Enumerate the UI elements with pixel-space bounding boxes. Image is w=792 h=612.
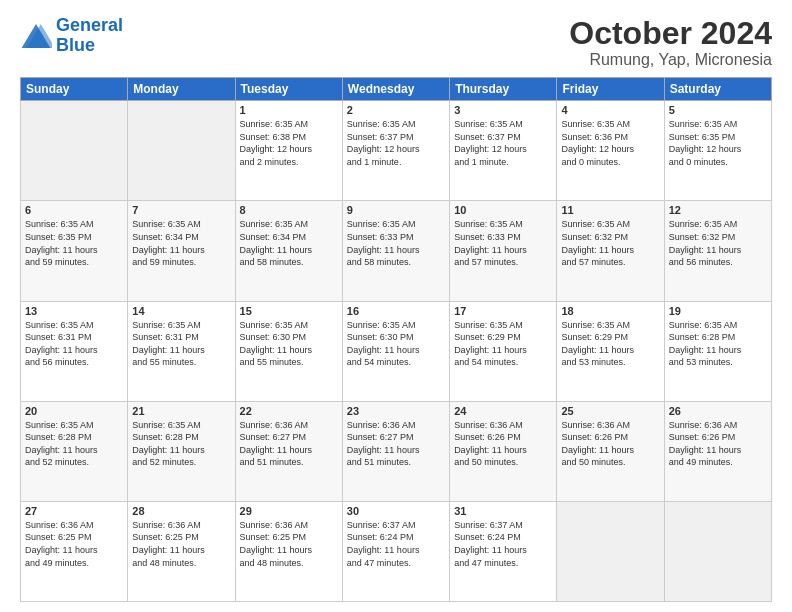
day-info: Sunrise: 6:36 AM Sunset: 6:25 PM Dayligh… <box>132 519 230 569</box>
col-friday: Friday <box>557 78 664 101</box>
day-info: Sunrise: 6:35 AM Sunset: 6:28 PM Dayligh… <box>132 419 230 469</box>
col-monday: Monday <box>128 78 235 101</box>
table-row: 3Sunrise: 6:35 AM Sunset: 6:37 PM Daylig… <box>450 101 557 201</box>
table-row: 10Sunrise: 6:35 AM Sunset: 6:33 PM Dayli… <box>450 201 557 301</box>
day-number: 28 <box>132 505 230 517</box>
day-number: 29 <box>240 505 338 517</box>
calendar-week-row: 27Sunrise: 6:36 AM Sunset: 6:25 PM Dayli… <box>21 501 772 601</box>
logo-text: General Blue <box>56 16 123 56</box>
table-row: 24Sunrise: 6:36 AM Sunset: 6:26 PM Dayli… <box>450 401 557 501</box>
location: Rumung, Yap, Micronesia <box>569 51 772 69</box>
day-info: Sunrise: 6:35 AM Sunset: 6:36 PM Dayligh… <box>561 118 659 168</box>
day-number: 24 <box>454 405 552 417</box>
table-row: 8Sunrise: 6:35 AM Sunset: 6:34 PM Daylig… <box>235 201 342 301</box>
calendar-header-row: Sunday Monday Tuesday Wednesday Thursday… <box>21 78 772 101</box>
col-sunday: Sunday <box>21 78 128 101</box>
day-number: 7 <box>132 204 230 216</box>
day-info: Sunrise: 6:35 AM Sunset: 6:35 PM Dayligh… <box>25 218 123 268</box>
day-info: Sunrise: 6:36 AM Sunset: 6:25 PM Dayligh… <box>25 519 123 569</box>
day-number: 2 <box>347 104 445 116</box>
table-row: 4Sunrise: 6:35 AM Sunset: 6:36 PM Daylig… <box>557 101 664 201</box>
day-number: 18 <box>561 305 659 317</box>
day-info: Sunrise: 6:35 AM Sunset: 6:31 PM Dayligh… <box>25 319 123 369</box>
day-info: Sunrise: 6:35 AM Sunset: 6:34 PM Dayligh… <box>240 218 338 268</box>
calendar-week-row: 20Sunrise: 6:35 AM Sunset: 6:28 PM Dayli… <box>21 401 772 501</box>
col-saturday: Saturday <box>664 78 771 101</box>
day-info: Sunrise: 6:35 AM Sunset: 6:35 PM Dayligh… <box>669 118 767 168</box>
table-row: 9Sunrise: 6:35 AM Sunset: 6:33 PM Daylig… <box>342 201 449 301</box>
table-row: 16Sunrise: 6:35 AM Sunset: 6:30 PM Dayli… <box>342 301 449 401</box>
day-info: Sunrise: 6:36 AM Sunset: 6:27 PM Dayligh… <box>347 419 445 469</box>
table-row <box>128 101 235 201</box>
day-info: Sunrise: 6:35 AM Sunset: 6:32 PM Dayligh… <box>669 218 767 268</box>
day-number: 10 <box>454 204 552 216</box>
day-info: Sunrise: 6:35 AM Sunset: 6:31 PM Dayligh… <box>132 319 230 369</box>
table-row: 15Sunrise: 6:35 AM Sunset: 6:30 PM Dayli… <box>235 301 342 401</box>
day-number: 9 <box>347 204 445 216</box>
day-number: 27 <box>25 505 123 517</box>
table-row: 20Sunrise: 6:35 AM Sunset: 6:28 PM Dayli… <box>21 401 128 501</box>
table-row <box>557 501 664 601</box>
table-row: 23Sunrise: 6:36 AM Sunset: 6:27 PM Dayli… <box>342 401 449 501</box>
day-number: 11 <box>561 204 659 216</box>
day-info: Sunrise: 6:36 AM Sunset: 6:25 PM Dayligh… <box>240 519 338 569</box>
day-info: Sunrise: 6:36 AM Sunset: 6:26 PM Dayligh… <box>669 419 767 469</box>
table-row <box>664 501 771 601</box>
header: General Blue October 2024 Rumung, Yap, M… <box>20 16 772 69</box>
day-number: 26 <box>669 405 767 417</box>
day-number: 6 <box>25 204 123 216</box>
month-title: October 2024 <box>569 16 772 51</box>
day-number: 22 <box>240 405 338 417</box>
table-row: 6Sunrise: 6:35 AM Sunset: 6:35 PM Daylig… <box>21 201 128 301</box>
day-number: 30 <box>347 505 445 517</box>
calendar: Sunday Monday Tuesday Wednesday Thursday… <box>20 77 772 602</box>
table-row: 12Sunrise: 6:35 AM Sunset: 6:32 PM Dayli… <box>664 201 771 301</box>
day-info: Sunrise: 6:35 AM Sunset: 6:29 PM Dayligh… <box>561 319 659 369</box>
title-block: October 2024 Rumung, Yap, Micronesia <box>569 16 772 69</box>
day-number: 16 <box>347 305 445 317</box>
day-number: 8 <box>240 204 338 216</box>
table-row: 7Sunrise: 6:35 AM Sunset: 6:34 PM Daylig… <box>128 201 235 301</box>
day-number: 19 <box>669 305 767 317</box>
table-row: 2Sunrise: 6:35 AM Sunset: 6:37 PM Daylig… <box>342 101 449 201</box>
day-info: Sunrise: 6:35 AM Sunset: 6:28 PM Dayligh… <box>25 419 123 469</box>
day-info: Sunrise: 6:37 AM Sunset: 6:24 PM Dayligh… <box>347 519 445 569</box>
calendar-week-row: 6Sunrise: 6:35 AM Sunset: 6:35 PM Daylig… <box>21 201 772 301</box>
day-number: 15 <box>240 305 338 317</box>
table-row: 28Sunrise: 6:36 AM Sunset: 6:25 PM Dayli… <box>128 501 235 601</box>
day-number: 17 <box>454 305 552 317</box>
day-number: 25 <box>561 405 659 417</box>
table-row: 11Sunrise: 6:35 AM Sunset: 6:32 PM Dayli… <box>557 201 664 301</box>
table-row: 26Sunrise: 6:36 AM Sunset: 6:26 PM Dayli… <box>664 401 771 501</box>
day-number: 21 <box>132 405 230 417</box>
day-number: 5 <box>669 104 767 116</box>
day-number: 12 <box>669 204 767 216</box>
table-row: 25Sunrise: 6:36 AM Sunset: 6:26 PM Dayli… <box>557 401 664 501</box>
day-info: Sunrise: 6:35 AM Sunset: 6:30 PM Dayligh… <box>347 319 445 369</box>
day-info: Sunrise: 6:36 AM Sunset: 6:26 PM Dayligh… <box>561 419 659 469</box>
table-row: 1Sunrise: 6:35 AM Sunset: 6:38 PM Daylig… <box>235 101 342 201</box>
table-row: 21Sunrise: 6:35 AM Sunset: 6:28 PM Dayli… <box>128 401 235 501</box>
day-number: 31 <box>454 505 552 517</box>
col-wednesday: Wednesday <box>342 78 449 101</box>
logo: General Blue <box>20 16 123 56</box>
calendar-week-row: 13Sunrise: 6:35 AM Sunset: 6:31 PM Dayli… <box>21 301 772 401</box>
table-row: 22Sunrise: 6:36 AM Sunset: 6:27 PM Dayli… <box>235 401 342 501</box>
logo-blue: Blue <box>56 35 95 55</box>
day-info: Sunrise: 6:35 AM Sunset: 6:28 PM Dayligh… <box>669 319 767 369</box>
calendar-week-row: 1Sunrise: 6:35 AM Sunset: 6:38 PM Daylig… <box>21 101 772 201</box>
col-thursday: Thursday <box>450 78 557 101</box>
day-info: Sunrise: 6:35 AM Sunset: 6:34 PM Dayligh… <box>132 218 230 268</box>
logo-icon <box>20 22 52 50</box>
table-row: 14Sunrise: 6:35 AM Sunset: 6:31 PM Dayli… <box>128 301 235 401</box>
logo-general: General <box>56 15 123 35</box>
table-row: 29Sunrise: 6:36 AM Sunset: 6:25 PM Dayli… <box>235 501 342 601</box>
day-number: 13 <box>25 305 123 317</box>
page: General Blue October 2024 Rumung, Yap, M… <box>0 0 792 612</box>
day-info: Sunrise: 6:37 AM Sunset: 6:24 PM Dayligh… <box>454 519 552 569</box>
day-number: 23 <box>347 405 445 417</box>
table-row: 13Sunrise: 6:35 AM Sunset: 6:31 PM Dayli… <box>21 301 128 401</box>
day-info: Sunrise: 6:36 AM Sunset: 6:27 PM Dayligh… <box>240 419 338 469</box>
day-number: 20 <box>25 405 123 417</box>
table-row: 19Sunrise: 6:35 AM Sunset: 6:28 PM Dayli… <box>664 301 771 401</box>
